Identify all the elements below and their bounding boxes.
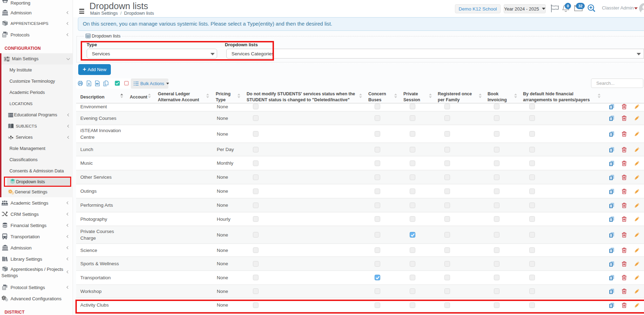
svg-text:CSV: CSV [96, 83, 99, 85]
